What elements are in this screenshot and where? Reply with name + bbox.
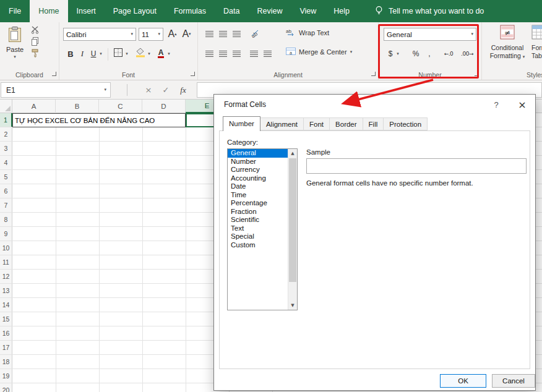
row-header-15[interactable]: 15 — [0, 312, 12, 326]
row-header-6[interactable]: 6 — [0, 184, 12, 198]
category-item-percentage[interactable]: Percentage — [228, 199, 297, 208]
fill-color-caret[interactable]: ▾ — [146, 48, 152, 60]
row-header-16[interactable]: 16 — [0, 326, 12, 340]
column-header-b[interactable]: B — [56, 100, 99, 113]
category-listbox[interactable]: GeneralNumberCurrencyAccountingDateTimeP… — [227, 148, 298, 310]
name-box[interactable]: E1 ▾ — [1, 82, 111, 98]
row-header-9[interactable]: 9 — [0, 227, 12, 241]
category-item-date[interactable]: Date — [228, 182, 297, 191]
dialog-tab-protection[interactable]: Protection — [383, 117, 428, 130]
category-item-number[interactable]: Number — [228, 158, 297, 166]
format-painter-button[interactable] — [28, 49, 41, 60]
row-header-4[interactable]: 4 — [0, 156, 12, 169]
increase-indent-button[interactable] — [261, 48, 273, 60]
category-item-time[interactable]: Time — [228, 191, 297, 200]
scroll-down-icon[interactable]: ▼ — [288, 301, 297, 310]
borders-caret[interactable]: ▾ — [124, 48, 130, 60]
align-bottom-button[interactable] — [230, 28, 243, 40]
row-header-11[interactable]: 11 — [0, 255, 12, 269]
row-header-5[interactable]: 5 — [0, 170, 12, 184]
ribbon-tab-file[interactable]: File — [0, 0, 30, 22]
font-color-button[interactable]: A — [156, 48, 166, 60]
orientation-button[interactable]: ab — [247, 28, 262, 40]
row-header-8[interactable]: 8 — [0, 213, 12, 226]
column-header-c[interactable]: C — [99, 100, 142, 113]
comma-style-button[interactable]: , — [426, 48, 433, 60]
row-header-1[interactable]: 1 — [0, 113, 12, 127]
increase-font-size-button[interactable]: A▴ — [166, 28, 179, 40]
font-size-select[interactable]: 11 ▾ — [139, 28, 163, 41]
underline-button[interactable]: U — [89, 48, 98, 60]
font-color-caret[interactable]: ▾ — [166, 48, 172, 60]
ribbon-tab-help[interactable]: Help — [325, 0, 358, 22]
merge-center-button[interactable]: a Merge & Center ▾ — [286, 48, 352, 56]
column-header-a[interactable]: A — [12, 100, 56, 113]
conditional-formatting-button[interactable]: ≠ Conditional Formatting ▾ — [486, 25, 529, 60]
row-header-19[interactable]: 19 — [0, 369, 12, 383]
row-header-13[interactable]: 13 — [0, 284, 12, 297]
decrease-font-size-button[interactable]: A▾ — [180, 28, 193, 40]
dialog-tab-font[interactable]: Font — [303, 117, 330, 130]
dialog-tab-border[interactable]: Border — [329, 117, 363, 130]
number-format-select[interactable]: General ▾ — [384, 28, 476, 41]
category-item-accounting[interactable]: Accounting — [228, 174, 297, 183]
ribbon-tab-formulas[interactable]: Formulas — [165, 0, 215, 22]
ok-button[interactable]: OK — [440, 374, 486, 388]
clipboard-dialog-launcher[interactable] — [52, 72, 56, 76]
ribbon-tab-data[interactable]: Data — [215, 0, 248, 22]
dialog-help-button[interactable]: ? — [483, 95, 509, 114]
align-right-button[interactable] — [230, 48, 243, 60]
accounting-format-caret[interactable]: ▾ — [395, 48, 401, 60]
accounting-format-button[interactable]: $ — [386, 48, 395, 60]
select-all-corner[interactable] — [0, 100, 12, 113]
align-middle-button[interactable] — [217, 28, 229, 40]
ribbon-tab-insert[interactable]: Insert — [68, 0, 105, 22]
category-item-fraction[interactable]: Fraction — [228, 208, 297, 216]
insert-function-button[interactable]: fx — [175, 82, 191, 98]
category-item-general[interactable]: General — [228, 149, 297, 158]
scrollbar-thumb[interactable] — [289, 158, 296, 282]
category-item-special[interactable]: Special — [228, 232, 297, 241]
row-header-2[interactable]: 2 — [0, 127, 12, 141]
align-center-button[interactable] — [217, 48, 229, 60]
row-header-20[interactable]: 20 — [0, 383, 12, 392]
category-item-scientific[interactable]: Scientific — [228, 216, 297, 224]
fill-color-button[interactable] — [135, 48, 146, 60]
italic-button[interactable]: I — [78, 48, 87, 60]
cancel-button[interactable]: Cancel — [492, 374, 535, 388]
dialog-tab-fill[interactable]: Fill — [363, 117, 384, 130]
align-top-button[interactable] — [203, 28, 215, 40]
ribbon-tab-page-layout[interactable]: Page Layout — [105, 0, 165, 22]
align-left-button[interactable] — [203, 48, 215, 60]
format-as-table-button[interactable]: Form Tab — [531, 25, 542, 60]
row-header-12[interactable]: 12 — [0, 270, 12, 283]
decrease-decimal-button[interactable]: .00→ — [459, 48, 475, 60]
dialog-close-button[interactable]: × — [509, 95, 535, 114]
scroll-up-icon[interactable]: ▲ — [288, 149, 297, 158]
alignment-dialog-launcher[interactable] — [371, 72, 376, 76]
row-header-7[interactable]: 7 — [0, 198, 12, 212]
row-header-3[interactable]: 3 — [0, 142, 12, 155]
wrap-text-button[interactable]: ab Wrap Text — [286, 28, 329, 37]
tell-me-search[interactable]: Tell me what you want to do — [374, 0, 484, 22]
row-header-18[interactable]: 18 — [0, 355, 12, 369]
enter-entry-button[interactable]: ✓ — [158, 82, 174, 98]
category-item-text[interactable]: Text — [228, 224, 297, 233]
dialog-tab-number[interactable]: Number — [223, 116, 260, 131]
number-dialog-launcher[interactable] — [475, 72, 479, 76]
paste-button[interactable]: Paste ▾ — [3, 25, 27, 63]
row-header-14[interactable]: 14 — [0, 298, 12, 312]
column-header-d[interactable]: D — [142, 100, 186, 113]
listbox-scrollbar[interactable]: ▲ ▼ — [288, 149, 297, 310]
percent-style-button[interactable]: % — [411, 48, 421, 60]
increase-decimal-button[interactable]: ←.0 — [441, 48, 457, 60]
cancel-entry-button[interactable]: × — [140, 82, 157, 98]
dialog-tab-alignment[interactable]: Alignment — [260, 117, 304, 130]
ribbon-tab-review[interactable]: Review — [248, 0, 291, 22]
copy-button[interactable] — [28, 37, 41, 48]
borders-button[interactable] — [113, 48, 124, 60]
underline-options-caret[interactable]: ▾ — [98, 48, 104, 60]
ribbon-tab-home[interactable]: Home — [30, 0, 67, 22]
cell-a1[interactable]: TỰ HỌC EXCEL CƠ BẢN ĐẾN NÂNG CAO — [12, 113, 186, 127]
category-item-currency[interactable]: Currency — [228, 166, 297, 174]
